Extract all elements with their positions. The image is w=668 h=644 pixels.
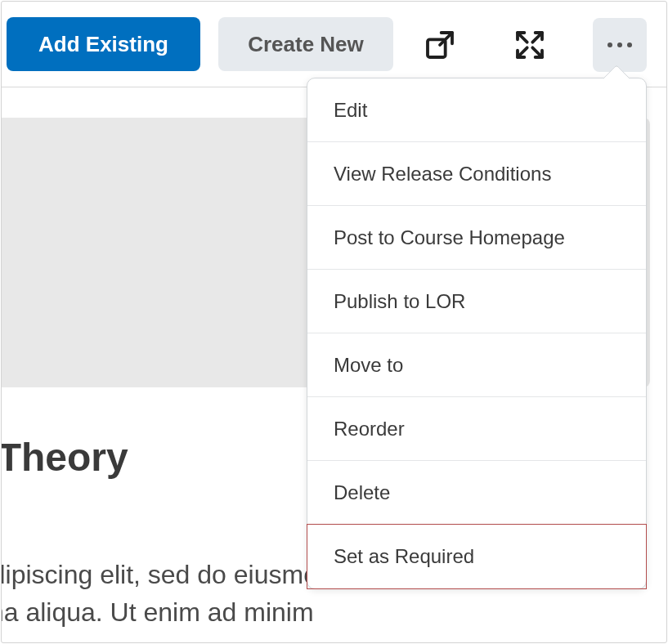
body-line-2: e magna aliqua. Ut enim ad minim bbox=[1, 593, 421, 631]
new-window-icon[interactable] bbox=[413, 18, 467, 72]
page-title: ang Theory bbox=[1, 435, 128, 480]
menu-item-post-to-course-homepage[interactable]: Post to Course Homepage bbox=[307, 206, 646, 270]
menu-item-view-release-conditions[interactable]: View Release Conditions bbox=[307, 142, 646, 206]
svg-point-2 bbox=[617, 42, 622, 47]
svg-point-1 bbox=[607, 42, 612, 47]
add-existing-button[interactable]: Add Existing bbox=[7, 17, 200, 71]
menu-item-reorder[interactable]: Reorder bbox=[307, 397, 646, 461]
toolbar: Add Existing Create New bbox=[2, 2, 666, 87]
create-new-button[interactable]: Create New bbox=[218, 17, 393, 71]
more-options-button[interactable] bbox=[593, 18, 647, 72]
svg-point-3 bbox=[627, 42, 632, 47]
menu-item-publish-to-lor[interactable]: Publish to LOR bbox=[307, 270, 646, 333]
fullscreen-icon[interactable] bbox=[503, 18, 557, 72]
menu-item-delete[interactable]: Delete bbox=[307, 461, 646, 525]
menu-item-set-as-required[interactable]: Set as Required bbox=[307, 525, 646, 588]
menu-item-edit[interactable]: Edit bbox=[307, 78, 646, 142]
menu-item-move-to[interactable]: Move to bbox=[307, 333, 646, 397]
app-frame: Add Existing Create New bbox=[1, 1, 667, 643]
more-options-menu: Edit View Release Conditions Post to Cou… bbox=[307, 78, 647, 589]
